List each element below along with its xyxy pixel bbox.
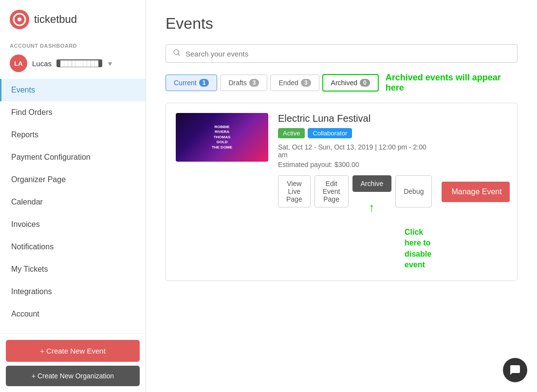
ticketbud-logo-icon	[10, 10, 29, 29]
event-right-col: Electric Luna Festival Active Collaborat…	[278, 113, 432, 271]
tab-drafts[interactable]: Drafts 3	[220, 75, 267, 91]
event-image-text: ROBBIERIVERATHOMASGOLDTHE DOME	[210, 123, 234, 152]
chevron-down-icon: ▾	[108, 59, 112, 68]
tab-drafts-label: Drafts	[228, 79, 246, 87]
page-title: Events	[166, 15, 518, 33]
main-content: Events Current 1 Drafts 3 Ended 3 Archiv…	[146, 0, 537, 392]
search-icon	[173, 49, 181, 58]
tab-ended[interactable]: Ended 3	[270, 75, 319, 91]
sidebar: ticketbud ACCOUNT DASHBOARD LA Lucas ███…	[0, 0, 146, 392]
tab-archived[interactable]: Archived 0	[322, 74, 379, 92]
tab-ended-count: 3	[301, 79, 311, 87]
sidebar-item-events[interactable]: Events	[0, 79, 146, 101]
svg-line-4	[178, 54, 180, 56]
tab-current[interactable]: Current 1	[166, 75, 217, 91]
archive-button[interactable]: Archive	[352, 175, 392, 192]
archive-arrow-icon: ↑	[369, 202, 375, 213]
search-input[interactable]	[185, 50, 510, 58]
account-dashboard-label: ACCOUNT DASHBOARD	[0, 39, 146, 51]
manage-event-button[interactable]: Manage Event	[442, 182, 510, 202]
archived-annotation: Archived events will appear here	[386, 73, 518, 93]
sidebar-item-calendar[interactable]: Calendar	[0, 191, 146, 213]
edit-event-page-button[interactable]: Edit Event Page	[315, 175, 349, 207]
debug-button[interactable]: Debug	[395, 175, 432, 207]
create-new-organization-button[interactable]: + Create New Organization	[6, 366, 140, 386]
tab-drafts-count: 3	[249, 79, 259, 87]
sidebar-item-integrations[interactable]: Integrations	[0, 280, 146, 303]
sidebar-item-notifications[interactable]: Notifications	[0, 236, 146, 258]
view-live-page-button[interactable]: View Live Page	[278, 175, 311, 207]
sidebar-item-account[interactable]: Account	[0, 303, 146, 325]
event-payout: Estimated payout: $300.00	[278, 161, 432, 168]
search-bar	[166, 44, 518, 63]
sidebar-item-find-orders[interactable]: Find Orders	[0, 101, 146, 124]
sidebar-item-my-tickets[interactable]: My Tickets	[0, 258, 146, 280]
sidebar-bottom: + Create New Event + Create New Organiza…	[0, 334, 146, 392]
org-badge: ██████████	[56, 59, 102, 67]
sidebar-item-reports[interactable]: Reports	[0, 124, 146, 146]
tab-ended-label: Ended	[278, 79, 298, 87]
event-date: Sat, Oct 12 - Sun, Oct 13, 2019 | 12:00 …	[278, 143, 432, 159]
user-name: Lucas	[32, 59, 52, 68]
tab-archived-label: Archived	[331, 79, 357, 87]
event-card: ROBBIERIVERATHOMASGOLDTHE DOME Electric …	[166, 103, 518, 281]
sidebar-item-invoices[interactable]: Invoices	[0, 213, 146, 236]
svg-point-2	[18, 18, 21, 21]
sidebar-item-organizer-page[interactable]: Organizer Page	[0, 168, 146, 191]
logo-area: ticketbud	[0, 0, 146, 39]
tab-current-label: Current	[174, 79, 197, 87]
user-row[interactable]: LA Lucas ██████████ ▾	[0, 51, 146, 79]
sidebar-item-payment-configuration[interactable]: Payment Configuration	[0, 146, 146, 168]
event-name: Electric Luna Festival	[278, 113, 432, 124]
nav-items: Events Find Orders Reports Payment Confi…	[0, 79, 146, 334]
create-new-event-button[interactable]: + Create New Event	[6, 340, 140, 362]
event-details: Electric Luna Festival Active Collaborat…	[278, 113, 432, 168]
event-actions-row: View Live Page Edit Event Page Archive ↑…	[278, 175, 432, 207]
badge-active: Active	[278, 128, 305, 138]
tab-archived-count: 0	[360, 79, 370, 87]
logo-text: ticketbud	[34, 13, 77, 26]
avatar: LA	[10, 55, 27, 72]
tab-current-count: 1	[199, 79, 209, 87]
archive-click-annotation: Click here to disable event	[405, 227, 432, 271]
badge-collaborator: Collaborator	[308, 128, 352, 138]
chat-bubble-button[interactable]	[503, 358, 527, 382]
event-image: ROBBIERIVERATHOMASGOLDTHE DOME	[176, 113, 268, 162]
chat-icon	[509, 364, 521, 376]
event-badges: Active Collaborator	[278, 128, 432, 138]
tabs-row: Current 1 Drafts 3 Ended 3 Archived 0 Ar…	[166, 73, 518, 93]
